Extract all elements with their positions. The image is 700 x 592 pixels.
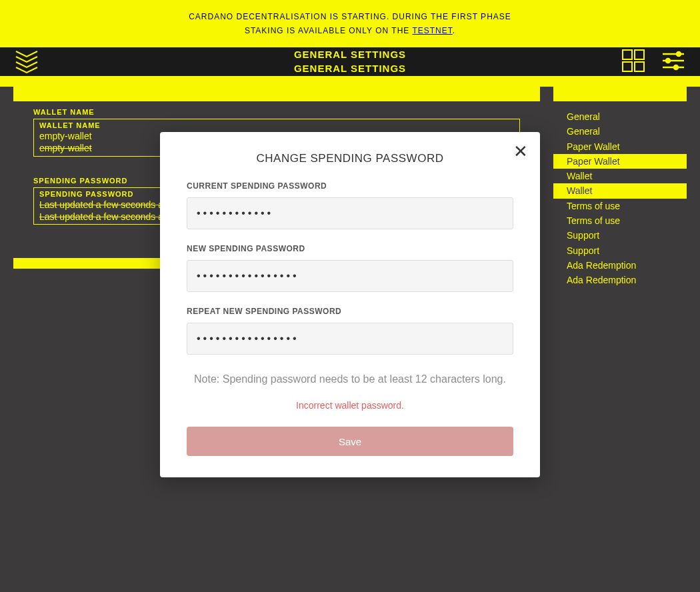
current-password-input[interactable] xyxy=(187,197,513,229)
new-password-input[interactable] xyxy=(187,260,513,292)
modal-overlay: ✕ CHANGE SPENDING PASSWORD CURRENT SPEND… xyxy=(0,0,700,592)
modal-title: CHANGE SPENDING PASSWORD xyxy=(187,152,513,165)
close-icon[interactable]: ✕ xyxy=(513,143,528,160)
save-button[interactable]: Save xyxy=(187,427,513,456)
current-password-label: CURRENT SPENDING PASSWORD xyxy=(187,181,513,191)
repeat-password-label: REPEAT NEW SPENDING PASSWORD xyxy=(187,307,513,316)
new-password-label: NEW SPENDING PASSWORD xyxy=(187,244,513,253)
repeat-password-input[interactable] xyxy=(187,323,513,355)
change-password-modal: ✕ CHANGE SPENDING PASSWORD CURRENT SPEND… xyxy=(160,132,540,477)
password-error-message: Incorrect wallet password. xyxy=(187,400,513,411)
password-length-note: Note: Spending password needs to be at l… xyxy=(187,373,513,385)
